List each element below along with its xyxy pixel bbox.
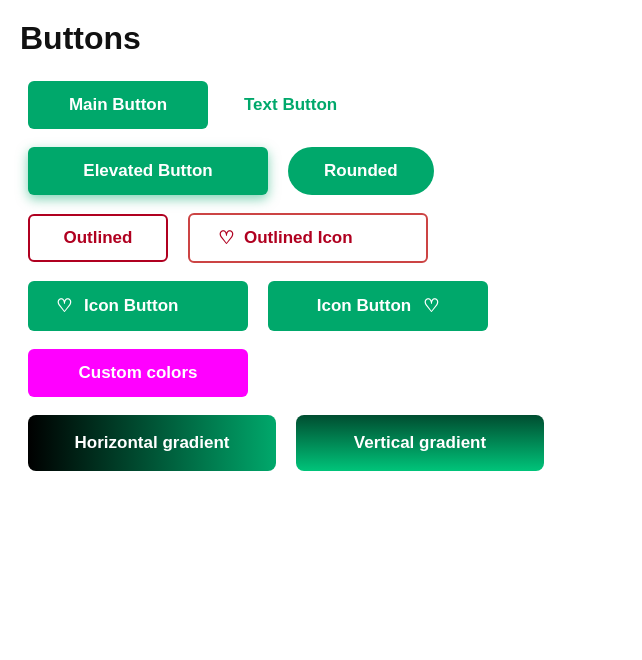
row-4: ♡ Icon Button Icon Button ♡ [28,281,622,331]
custom-colors-button[interactable]: Custom colors [28,349,248,397]
elevated-button[interactable]: Elevated Button [28,147,268,195]
row-2: Elevated Button Rounded [28,147,622,195]
row-6: Horizontal gradient Vertical gradient [28,415,622,471]
outlined-icon-button[interactable]: ♡ Outlined Icon [188,213,428,263]
row-1: Main Button Text Button [28,81,622,129]
main-button[interactable]: Main Button [28,81,208,129]
outlined-icon-label: Outlined Icon [244,228,353,248]
heart-icon-right: ♡ [423,295,439,317]
buttons-container: Main Button Text Button Elevated Button … [20,81,622,471]
horizontal-gradient-button[interactable]: Horizontal gradient [28,415,276,471]
icon-right-label: Icon Button [317,296,411,316]
icon-left-label: Icon Button [84,296,178,316]
text-button[interactable]: Text Button [228,81,353,129]
heart-icon: ♡ [218,227,234,249]
rounded-button[interactable]: Rounded [288,147,434,195]
page-title: Buttons [20,20,622,57]
icon-left-button[interactable]: ♡ Icon Button [28,281,248,331]
row-5: Custom colors [28,349,622,397]
icon-right-button[interactable]: Icon Button ♡ [268,281,488,331]
heart-icon-left: ♡ [56,295,72,317]
outlined-button[interactable]: Outlined [28,214,168,262]
row-3: Outlined ♡ Outlined Icon [28,213,622,263]
vertical-gradient-button[interactable]: Vertical gradient [296,415,544,471]
